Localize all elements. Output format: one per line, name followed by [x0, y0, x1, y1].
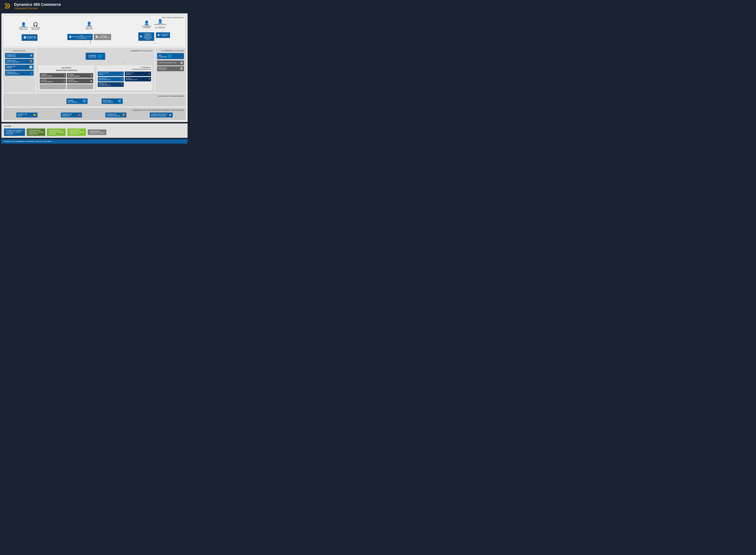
dam-icon: 🗄: [180, 67, 183, 70]
third-party-title: 3rd PARTYSURROUND SERVICES: [40, 67, 93, 72]
back-office-users: 👤 BACK OFFICEEMPLOYEE 🎧 CALL CENTEREMPLO…: [19, 22, 40, 44]
site-builder-icon: 🖥: [157, 33, 160, 37]
ecom-devices-row: ↓ 🖥 ECOMMERCE STOREFRONTBROWSER OR MOBIL…: [138, 29, 170, 41]
app-subtitle: Component Overview: [14, 7, 61, 10]
legend-title: LEGEND: [4, 125, 185, 127]
back-office-arrow: ↓: [29, 31, 30, 34]
call-center-person-icon: 🎧: [33, 22, 38, 27]
finance-label: DYNAMICS 365FINANCE: [6, 66, 15, 69]
globe-icon: 🌐: [98, 54, 102, 58]
csu-box[interactable]: COMMERCESCALE UNIT 🌐: [86, 53, 105, 60]
customer-insights-btn[interactable]: DYNAMICS 365CUSTOMER INSIGHTS 🔍: [98, 82, 124, 87]
third-party-grid: 3rd PARTYSHIPPING SERVICE 🚢 3rd PARTYPAY…: [40, 73, 93, 89]
d365-marketing-label: DYNAMICS 365MARKETING: [62, 114, 72, 117]
megaphone-icon: 📣: [78, 114, 81, 117]
bank-icon: 🏛: [91, 75, 92, 76]
azure-cognitive-search-btn[interactable]: AZURE COGNITIVESEARCH ☁: [98, 72, 124, 76]
web-storefront-box[interactable]: WEBSTOREFRONT 🌐: [157, 53, 184, 59]
dam-btn[interactable]: DIGITAL ASSETMANAGEMENT 🗄: [157, 66, 184, 71]
web-storefront-label: WEBSTOREFRONT: [159, 54, 167, 58]
in-store-devices: 🖥 POSMULTIFACTOR/CROSS PLATFORMAPP OR WE…: [67, 34, 111, 40]
legend-ms-coming-soon: OTHER MICROSOFTCOMPONENT / SERVICECOMING…: [27, 129, 45, 136]
pos-label: POSMULTIFACTOR/CROSS PLATFORMAPP OR WEBS…: [72, 35, 91, 39]
d365-project-service-btn[interactable]: DYNAMICS 365 PROJECTSERVICE AUTOMATION ⚙: [150, 113, 173, 118]
customer-insights-label: DYNAMICS 365CUSTOMER INSIGHTS: [99, 83, 111, 86]
bucket-icon-1: 🪣: [83, 99, 86, 103]
payment-gateway-btn[interactable]: 3rd PARTYPAYMENT GATEWAY 🏛: [67, 73, 93, 78]
d365-cs-label: DYNAMICS 365CUSTOMER SERVICE: [107, 114, 120, 117]
settings-icon: ⚙: [30, 54, 32, 57]
d365-sales-label: DYNAMICS 365SALES: [17, 114, 27, 117]
surround-row: 3rd PARTYSURROUND SERVICES 3rd PARTYSHIP…: [38, 65, 153, 91]
in-store-area: 👤 IN-STOREEMPLOYEE ↓ 🖥 POSMULTIFACTOR/CR…: [67, 22, 111, 44]
engagement-title: DYNAMICS 365 CUSTOMER ENGAGEMENT APPLICA…: [5, 109, 184, 111]
shipping-service-btn[interactable]: 3rd PARTYSHIPPING SERVICE 🚢: [40, 73, 66, 78]
engagement-section: DYNAMICS 365 CUSTOMER ENGAGEMENT APPLICA…: [3, 108, 185, 120]
unified-data-section: UNIFIED DATA COMPONENTS COMMONDATA SERVI…: [3, 94, 185, 106]
gift-card-label: 3rd PARTYGIFT CARD SERVICE: [41, 80, 53, 82]
common-data-label: COMMONDATA SERVICE: [68, 100, 77, 103]
engagement-row: DYNAMICS 365SALES 🤝 DYNAMICS 365MARKETIN…: [5, 113, 184, 118]
placeholder-dots-2: ...: [80, 86, 81, 87]
back-office-user: 👤 BACK OFFICEEMPLOYEE: [19, 22, 28, 30]
common-data-service-btn[interactable]: COMMONDATA SERVICE 🪣: [67, 98, 88, 104]
supply-chain-btn[interactable]: DYNAMICS 365SUPPLY CHAIN MGMT 📦: [5, 59, 34, 64]
end-user-label: END USER EXPERIENCES: [162, 17, 183, 18]
ext-apps-icon: 🖥: [95, 35, 98, 39]
d365-customer-service-btn[interactable]: DYNAMICS 365CUSTOMER SERVICE 📦: [105, 113, 126, 118]
legend-ms-coming-label: OTHER MICROSOFTCOMPONENT / SERVICECOMING…: [29, 130, 44, 135]
shipping-label: 3rd PARTYSHIPPING SERVICE: [41, 74, 52, 77]
recommendations-label: PRODUCTRECOMMENDATIONS: [126, 78, 137, 81]
bucket-icon-2: 🪣: [118, 99, 121, 103]
chart-icon: 📊: [29, 66, 32, 69]
placeholder-dots-1: ...: [52, 86, 53, 87]
dynamics-device-label: DYNAMICS 365WEBSITE / APP: [27, 36, 36, 39]
ecommerce-users: 👤 E-COMMERCECUSTOMER 👤 CONTENT AUTHOR &S…: [138, 19, 170, 44]
legend-section: LEGEND DYNAMICS 365 COMMERCECOMPONENT / …: [1, 123, 187, 138]
automation-icon: ⚙: [169, 114, 171, 117]
commerce-hq-btn[interactable]: DYNAMICS 365COMMERCE HQ ⚙: [5, 53, 34, 58]
site-builder-label: SITE BUILDERWEBSITE: [161, 34, 168, 37]
doc-icon: 📄: [90, 80, 92, 82]
azure-lake-label: AZURE DATALAKE STORAGE: [103, 100, 113, 103]
pos-device: 🖥 POSMULTIFACTOR/CROSS PLATFORMAPP OR WE…: [67, 34, 93, 40]
commerce-surround-title: COMMERCESURROUND SERVICES: [98, 67, 151, 70]
finance-btn[interactable]: DYNAMICS 365FINANCE 📊: [5, 65, 34, 70]
back-office-title: BACK OFFICE: [5, 50, 34, 52]
csu-label-text: COMMERCESCALE UNIT: [88, 55, 96, 58]
hr-btn[interactable]: DYNAMICS 365HUMAN RESOURCES 👥: [5, 71, 34, 76]
d365-psa-label: DYNAMICS 365 PROJECTSERVICE AUTOMATION: [151, 114, 167, 117]
d365-sales-btn[interactable]: DYNAMICS 365SALES 🤝: [16, 113, 37, 118]
call-center-user: 🎧 CALL CENTEREMPLOYEE: [31, 22, 40, 30]
unified-data-title: UNIFIED DATA COMPONENTS: [5, 95, 184, 97]
fraud-protection-btn[interactable]: DYNAMICS 365FRAUD PROTECTION 🛡: [98, 77, 124, 82]
fiscal-service-btn[interactable]: 3rd PARTYFISCAL SERVICE 📄: [67, 79, 93, 83]
commerce-surround-box: COMMERCESURROUND SERVICES AZURE COGNITIV…: [96, 65, 153, 91]
product-recommendations-btn[interactable]: PRODUCTRECOMMENDATIONS 💡: [125, 77, 151, 82]
pos-down-arrow: ↓: [82, 41, 84, 44]
back-office-section: BACK OFFICE DYNAMICS 365COMMERCE HQ ⚙ DY…: [3, 48, 35, 92]
cms-btn[interactable]: CONTENT MANAGEMENT STORE 🗄: [157, 60, 184, 66]
content-author-user: 👤 CONTENT AUTHOR &SITE MANAGER: [154, 19, 166, 29]
storefront-icon: 🖥: [140, 35, 142, 38]
csu-box-container: COMMERCESCALE UNIT 🌐: [38, 53, 153, 60]
back-office-person-icon: 👤: [21, 22, 26, 27]
gift-card-btn[interactable]: 3rd PARTYGIFT CARD SERVICE 💳: [40, 79, 66, 83]
placeholder-1: ...: [40, 84, 66, 89]
ecommerce-customer-user: 👤 E-COMMERCECUSTOMER: [142, 20, 151, 29]
pos-icon: 🖥: [69, 35, 72, 39]
commerce-surround-right: RATINGS ANDREVIEWS 📷 PRODUCTRECOMMENDATI…: [125, 72, 151, 87]
ecommerce-storefront-device: 🖥 ECOMMERCE STOREFRONTBROWSER OR MOBILE …: [138, 32, 154, 41]
cms-icon: 🗄: [180, 61, 183, 65]
in-store-user: 👤 IN-STOREEMPLOYEE: [86, 22, 93, 30]
arrow-row: ↔ ↔: [38, 61, 153, 64]
d365-marketing-btn[interactable]: DYNAMICS 365MARKETING 📣: [61, 113, 82, 118]
azure-data-lake-btn[interactable]: AZURE DATALAKE STORAGE 🪣: [101, 98, 123, 104]
header-text: Dynamics 365 Commerce Component Overview: [14, 2, 61, 10]
user-devices-row: 👤 BACK OFFICEEMPLOYEE 🎧 CALL CENTEREMPLO…: [5, 17, 183, 45]
hr-label: DYNAMICS 365HUMAN RESOURCES: [6, 72, 19, 75]
ecommerce-platform-section: E-COMMERCE PLATFORM WEBSTOREFRONT 🌐 CONT…: [156, 48, 185, 92]
fiscal-label: 3rd PARTYFISCAL SERVICE: [68, 80, 78, 82]
ecom-customer-icon: 👤: [144, 20, 149, 25]
ratings-reviews-btn[interactable]: RATINGS ANDREVIEWS 📷: [125, 72, 151, 76]
